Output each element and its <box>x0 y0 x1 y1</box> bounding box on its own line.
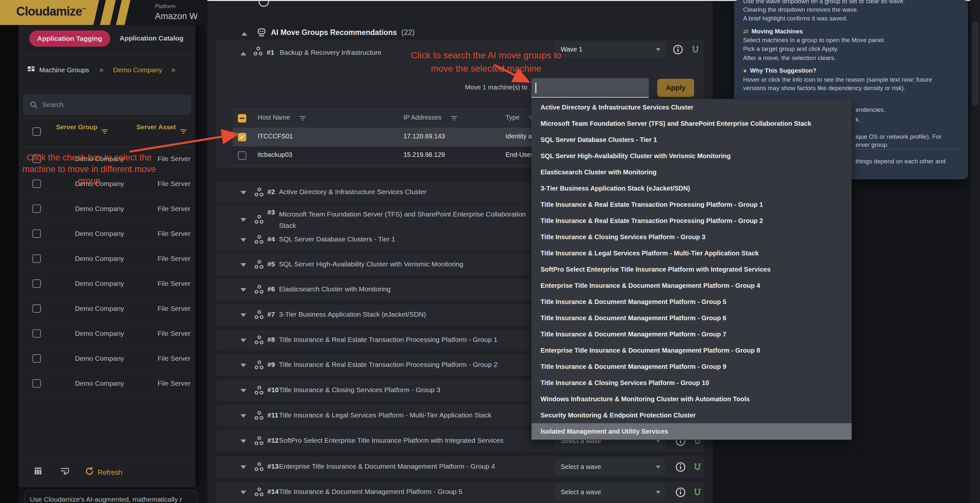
dropdown-option[interactable]: Title Insurance & Document Management Pl… <box>531 326 852 342</box>
cell-host-name: itcbackup03 <box>258 151 292 159</box>
expand-icon[interactable] <box>240 364 246 367</box>
swap-wave-icon[interactable] <box>692 487 702 498</box>
column-server-group[interactable]: Server Group <box>54 123 100 132</box>
move-group-row[interactable]: #13 Enterprise Title Insurance & Documen… <box>215 456 705 478</box>
row-checkbox-checked[interactable]: ✓ <box>238 133 246 141</box>
dropdown-option[interactable]: Title Insurance & Document Management Pl… <box>531 294 852 310</box>
dropdown-option[interactable]: Security Monitoring & Endpoint Protectio… <box>531 407 852 423</box>
expand-icon[interactable] <box>240 314 246 317</box>
row-checkbox[interactable] <box>32 379 41 388</box>
expand-icon[interactable] <box>240 414 246 418</box>
search-input[interactable] <box>41 97 185 112</box>
cell-server-group: Demo Company <box>67 379 132 387</box>
expand-icon[interactable] <box>240 339 246 342</box>
column-host-name[interactable]: Host Name <box>258 114 290 121</box>
filter-icon-server-group[interactable] <box>101 129 108 136</box>
filter-icon-server-asset[interactable] <box>180 129 187 136</box>
breadcrumb-machine-groups[interactable]: Machine Groups <box>39 66 89 74</box>
info-icon[interactable] <box>675 462 686 474</box>
expand-icon[interactable] <box>240 491 246 494</box>
row-checkbox[interactable] <box>32 229 41 238</box>
search-icon <box>29 100 38 109</box>
table-row[interactable]: Demo Company File Server <box>19 346 196 371</box>
dropdown-option[interactable]: Title Insurance & Real Estate Transactio… <box>531 196 852 213</box>
tab-application-catalog[interactable]: Application Catalog <box>119 34 183 42</box>
dropdown-option[interactable]: Title Insurance & Document Management Pl… <box>531 358 852 375</box>
header-checkbox-indeterminate[interactable] <box>238 114 246 123</box>
info-icon[interactable] <box>675 487 686 499</box>
row-checkbox[interactable] <box>32 255 41 263</box>
dropdown-option[interactable]: Elasticsearch Cluster with Monitoring <box>531 164 852 180</box>
table-row[interactable]: Demo Company File Server <box>19 371 196 396</box>
dropdown-option[interactable]: SoftPro Select Enterprise Title Insuranc… <box>531 261 852 277</box>
dropdown-option[interactable]: Title Insurance & Closing Services Platf… <box>531 375 852 391</box>
dropdown-option[interactable]: SQL Server Database Clusters - Tier 1 <box>531 132 852 148</box>
dropdown-option[interactable]: Active Directory & Infrastructure Servic… <box>531 99 852 115</box>
table-row[interactable]: Demo Company File Server <box>19 321 196 347</box>
expand-icon[interactable] <box>240 439 246 443</box>
column-ip-addresses[interactable]: IP Addresses <box>404 114 441 121</box>
move-to-group-icon[interactable] <box>60 466 70 478</box>
move-target-search-input[interactable] <box>531 78 649 98</box>
collapse-icon-group-1[interactable] <box>240 52 246 56</box>
table-row[interactable]: Demo Company File Server <box>19 196 196 222</box>
dropdown-option[interactable]: Title Insurance & Closing Services Platf… <box>531 229 852 245</box>
refresh-icon[interactable] <box>84 466 95 478</box>
filter-icon-host-name[interactable] <box>299 115 306 123</box>
dropdown-option[interactable]: Enterprise Title Insurance & Document Ma… <box>531 277 852 294</box>
wave-select[interactable]: Select a wave <box>555 484 666 500</box>
platform-label: Platform <box>155 3 197 10</box>
sidebar-search[interactable] <box>23 95 191 115</box>
column-server-asset[interactable]: Server Asset <box>134 123 179 132</box>
dropdown-option[interactable]: 3-Tier Business Application Stack (eJack… <box>531 180 852 196</box>
dropdown-option[interactable]: Title Insurance & Real Estate Transactio… <box>531 213 852 229</box>
expand-icon[interactable] <box>240 238 246 242</box>
expand-icon[interactable] <box>240 218 246 222</box>
expand-icon[interactable] <box>240 191 246 194</box>
group-number: #1 <box>267 49 274 56</box>
expand-icon[interactable] <box>240 389 246 393</box>
refresh-button[interactable]: Refresh <box>97 468 123 477</box>
dropdown-option[interactable]: Enterprise Title Insurance & Document Ma… <box>531 342 852 358</box>
table-row[interactable]: Demo Company File Server <box>19 246 196 272</box>
apply-button[interactable]: Apply <box>657 79 694 97</box>
row-checkbox[interactable] <box>238 151 246 160</box>
row-checkbox[interactable] <box>32 279 41 288</box>
table-row[interactable]: Demo Company File Server <box>19 296 196 322</box>
breadcrumb-demo-company[interactable]: Demo Company <box>113 66 162 74</box>
group-number: #12 <box>267 436 279 444</box>
row-checkbox[interactable] <box>32 354 41 363</box>
row-checkbox[interactable] <box>32 204 41 213</box>
table-row[interactable]: Demo Company File Server <box>19 221 196 247</box>
select-all-checkbox[interactable] <box>32 127 41 136</box>
info-icon-group-1[interactable] <box>673 44 684 56</box>
columns-icon[interactable] <box>33 466 43 478</box>
swap-wave-icon[interactable] <box>692 462 702 473</box>
group-number: #6 <box>267 285 275 293</box>
page-scrollbar[interactable] <box>970 0 980 503</box>
machine-groups-panel: Application Tagging Application Catalog … <box>19 3 196 487</box>
tab-application-tagging[interactable]: Application Tagging <box>29 30 110 47</box>
row-checkbox[interactable] <box>32 329 41 338</box>
expand-icon[interactable] <box>240 288 246 292</box>
row-checkbox[interactable] <box>32 304 41 313</box>
collapse-icon-ai-groups[interactable] <box>242 32 247 36</box>
dropdown-option[interactable]: Title Insurance & Document Management Pl… <box>531 310 852 326</box>
platform-block: Platform Amazon We <box>155 3 197 21</box>
filter-icon-ip[interactable] <box>450 115 458 123</box>
column-type[interactable]: Type <box>506 114 520 121</box>
swap-wave-icon-group-1[interactable] <box>690 45 700 56</box>
group-number: #10 <box>267 386 279 394</box>
expand-icon[interactable] <box>240 263 246 267</box>
dropdown-option[interactable]: Windows Infrastructure & Monitoring Clus… <box>531 391 852 407</box>
wave-select[interactable]: Select a wave <box>555 459 666 475</box>
dropdown-option-highlighted[interactable]: Isolated Management and Utility Services <box>531 423 852 439</box>
dropdown-option[interactable]: Microsoft Team Foundation Server (TFS) a… <box>531 115 852 132</box>
move-group-row[interactable]: #14 Title Insurance & Document Managemen… <box>215 482 705 503</box>
table-row[interactable]: Demo Company File Server <box>19 271 196 296</box>
expand-icon[interactable] <box>240 465 246 469</box>
dropdown-option[interactable]: Title Insurance & Legal Services Platfor… <box>531 245 852 261</box>
dropdown-option[interactable]: SQL Server High-Availability Cluster wit… <box>531 148 852 164</box>
sidebar-toolbar: Refresh <box>19 456 196 487</box>
scrollbar-thumb[interactable] <box>972 21 979 106</box>
